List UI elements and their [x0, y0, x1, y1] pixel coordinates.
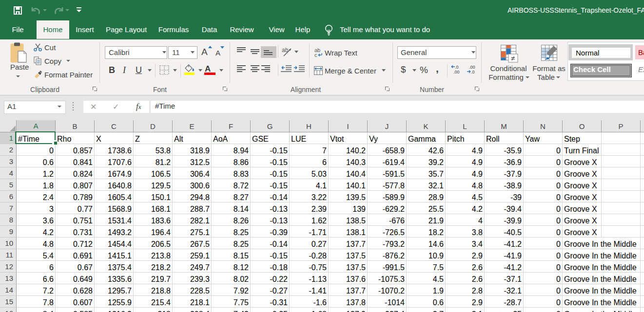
svg-text:.00: .00	[453, 70, 460, 74]
svg-text:c: c	[314, 52, 317, 57]
svg-text:.00: .00	[469, 65, 475, 70]
svg-text:≠: ≠	[511, 54, 515, 62]
svg-text:.0: .0	[455, 65, 459, 70]
svg-text:.0: .0	[471, 70, 475, 74]
